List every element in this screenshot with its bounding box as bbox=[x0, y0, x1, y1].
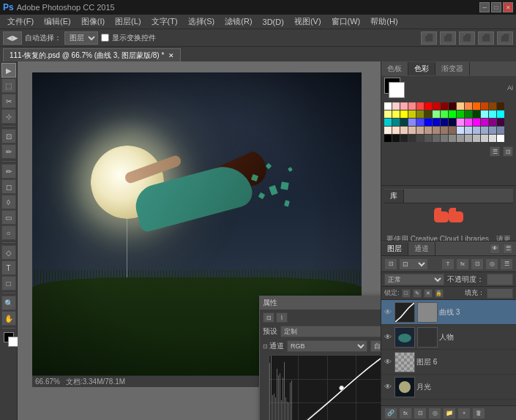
swatch-73[interactable] bbox=[497, 135, 504, 142]
fill-input[interactable]: 100% bbox=[487, 288, 513, 299]
swatch-23[interactable] bbox=[449, 110, 456, 118]
auto-select-dropdown[interactable]: 图层 bbox=[64, 31, 98, 45]
curves-tab-1[interactable]: ⊡ bbox=[263, 312, 274, 323]
maximize-button[interactable]: □ bbox=[491, 2, 501, 12]
swatch-1[interactable] bbox=[392, 102, 400, 110]
menu-type[interactable]: 文字(T) bbox=[147, 15, 182, 28]
swatch-70[interactable] bbox=[473, 135, 480, 142]
swatch-16[interactable] bbox=[392, 110, 400, 118]
swatch-55[interactable] bbox=[465, 127, 472, 134]
layer-link-btn[interactable]: 🔗 bbox=[384, 408, 397, 419]
layer-delete-btn[interactable]: 🗑 bbox=[472, 408, 485, 419]
layer-tool-mask[interactable]: ⊡ bbox=[471, 258, 484, 270]
swatch-32[interactable] bbox=[400, 119, 408, 126]
lock-paint-btn[interactable]: ✎ bbox=[413, 289, 422, 298]
swatch-59[interactable] bbox=[497, 127, 504, 134]
menu-filter[interactable]: 滤镜(R) bbox=[220, 15, 256, 28]
swatch-44[interactable] bbox=[497, 119, 504, 126]
lock-all-btn[interactable]: 🔒 bbox=[435, 289, 444, 298]
swatch-white[interactable] bbox=[384, 102, 392, 110]
background-color[interactable] bbox=[8, 337, 18, 347]
swatch-49[interactable] bbox=[416, 127, 424, 134]
swatch-2[interactable] bbox=[400, 102, 408, 110]
menu-help[interactable]: 帮助(H) bbox=[366, 15, 402, 28]
swatch-67[interactable] bbox=[449, 135, 456, 142]
swatch-24[interactable] bbox=[457, 110, 464, 118]
swatch-53[interactable] bbox=[449, 127, 456, 134]
swatch-64[interactable] bbox=[425, 135, 432, 142]
swatch-26[interactable] bbox=[473, 110, 480, 118]
move-tool-options[interactable]: ◀▶ bbox=[3, 31, 22, 45]
swatch-43[interactable] bbox=[489, 119, 496, 126]
swatch-21[interactable] bbox=[433, 110, 440, 118]
swatch-65[interactable] bbox=[433, 135, 440, 142]
show-transform-checkbox[interactable] bbox=[101, 34, 109, 42]
zoom-tool[interactable]: 🔍 bbox=[1, 296, 16, 310]
panel-eye-icon[interactable]: 👁 bbox=[490, 244, 500, 254]
filter-layers-icon[interactable]: ⊡ bbox=[384, 258, 397, 270]
swatch-19[interactable] bbox=[416, 110, 424, 118]
distribute-btn-2[interactable]: ⬛ bbox=[497, 31, 513, 45]
close-button[interactable]: ✕ bbox=[503, 2, 513, 12]
swatch-31[interactable] bbox=[392, 119, 400, 126]
swatch-11[interactable] bbox=[473, 102, 480, 110]
swatch-10[interactable] bbox=[465, 102, 472, 110]
swatch-69[interactable] bbox=[465, 135, 472, 142]
swatch-27[interactable] bbox=[481, 110, 488, 118]
swatch-54[interactable] bbox=[457, 127, 464, 134]
panel-options-icon[interactable]: ☰ bbox=[503, 244, 513, 254]
swatch-66[interactable] bbox=[441, 135, 448, 142]
swatch-6[interactable] bbox=[433, 102, 440, 110]
swatch-12[interactable] bbox=[481, 102, 488, 110]
swatch-black[interactable] bbox=[384, 135, 392, 142]
swatch-72[interactable] bbox=[489, 135, 496, 142]
curves-tab-2[interactable]: ⌇ bbox=[276, 312, 288, 323]
layer-new-btn[interactable]: + bbox=[457, 408, 471, 419]
swatch-57[interactable] bbox=[481, 127, 488, 134]
align-btn-2[interactable]: ⬛ bbox=[440, 31, 456, 45]
swatch-36[interactable] bbox=[433, 119, 440, 126]
swatch-45[interactable] bbox=[384, 127, 392, 134]
swatch-62[interactable] bbox=[408, 135, 416, 142]
menu-layer[interactable]: 图层(L) bbox=[111, 15, 145, 28]
align-btn-1[interactable]: ⬛ bbox=[421, 31, 437, 45]
layer-fx-btn[interactable]: fx bbox=[399, 408, 412, 419]
swatch-20[interactable] bbox=[425, 110, 432, 118]
layer-tool-fx[interactable]: fx bbox=[456, 258, 469, 270]
swatch-28[interactable] bbox=[489, 110, 496, 118]
hand-tool[interactable]: ✋ bbox=[1, 311, 16, 326]
swatch-18[interactable] bbox=[408, 110, 416, 118]
layer-eye-person[interactable]: 👁 bbox=[383, 332, 393, 342]
magic-wand-tool[interactable]: ⊹ bbox=[1, 109, 16, 124]
channel-dropdown[interactable]: RGB bbox=[287, 340, 367, 352]
lock-position-btn[interactable]: ✕ bbox=[424, 289, 433, 298]
filter-type-dropdown[interactable]: ⊡ bbox=[399, 258, 428, 270]
brush-tool[interactable]: ✏ bbox=[1, 164, 16, 179]
clone-tool[interactable]: ◻ bbox=[1, 179, 16, 194]
swatch-35[interactable] bbox=[425, 119, 432, 126]
layer-item-person[interactable]: 👁 人物 bbox=[381, 325, 516, 350]
layer-tool-T[interactable]: T bbox=[441, 258, 455, 270]
menu-file[interactable]: 文件(F) bbox=[3, 15, 38, 28]
tab-swatches[interactable]: 色彩 bbox=[408, 62, 435, 75]
layer-tool-adj[interactable]: ◎ bbox=[485, 258, 498, 270]
layer-tool-smart[interactable]: ☰ bbox=[500, 258, 513, 270]
swatch-15[interactable] bbox=[384, 110, 392, 118]
layer-mask-btn[interactable]: ⊡ bbox=[414, 408, 427, 419]
swatch-46[interactable] bbox=[392, 127, 400, 134]
layer-item-moon[interactable]: 👁 月光 bbox=[381, 375, 516, 400]
swatch-63[interactable] bbox=[416, 135, 424, 142]
tab-layers[interactable]: 图层 bbox=[381, 242, 408, 255]
swatch-52[interactable] bbox=[441, 127, 448, 134]
layer-item-curves3[interactable]: 👁 曲线 3 bbox=[381, 300, 516, 325]
text-tool[interactable]: T bbox=[1, 260, 16, 275]
swatch-38[interactable] bbox=[449, 119, 456, 126]
blend-mode-dropdown[interactable]: 正常 bbox=[384, 274, 444, 285]
opacity-input[interactable]: 100% bbox=[487, 274, 513, 285]
swatch-37[interactable] bbox=[441, 119, 448, 126]
lock-transparent-btn[interactable]: □ bbox=[402, 289, 411, 298]
menu-image[interactable]: 图像(I) bbox=[77, 15, 109, 28]
curves-dialog[interactable]: 属性 × ⊡ ⌇ 预设 定制 bbox=[259, 296, 381, 420]
swatch-7[interactable] bbox=[441, 102, 448, 110]
layer-group-btn[interactable]: 📁 bbox=[443, 408, 456, 419]
